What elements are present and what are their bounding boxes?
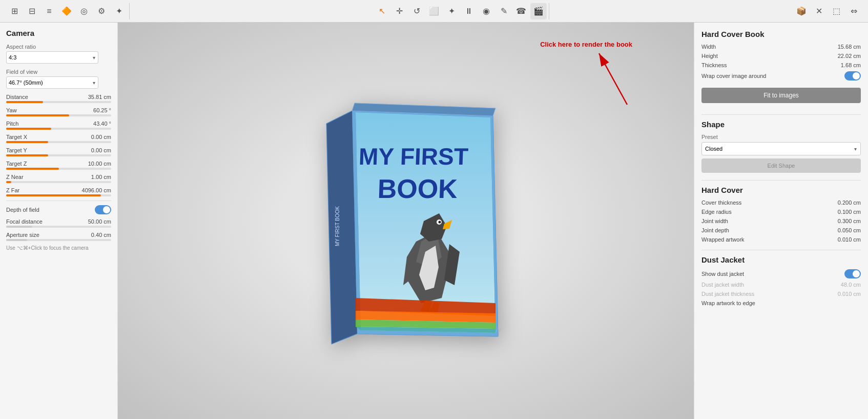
canvas-area[interactable]: MY FIRST BOOK <box>118 23 694 419</box>
expand-tool[interactable]: ⬚ <box>828 3 844 19</box>
preset-label: Preset <box>701 134 861 140</box>
focal-distance-fill <box>6 226 32 228</box>
edit-shape-button[interactable]: Edit Shape <box>701 158 861 173</box>
fov-select[interactable]: 46.7° (50mm)39.6° (60mm) <box>6 76 98 89</box>
width-value: 15.68 cm <box>838 44 861 50</box>
target-y-value: 0.00 cm <box>91 147 111 153</box>
target-x-slider-row: Target X 0.00 cm <box>6 134 111 143</box>
fov-select-wrapper: 46.7° (50mm)39.6° (60mm) <box>6 76 98 89</box>
move-tool[interactable]: ✛ <box>391 3 407 19</box>
thickness-row: Thickness 1.68 cm <box>701 62 861 68</box>
edge-radius-row: Edge radius 0.100 cm <box>701 209 861 215</box>
aspect-ratio-select[interactable]: 4:316:91:1 <box>6 51 98 64</box>
dust-jacket-section: Dust Jacket Show dust jacket Dust jacket… <box>701 255 861 306</box>
wrap-artwork-edge-row: Wrap artwork to edge <box>701 300 861 306</box>
fov-group: Field of view 46.7° (50mm)39.6° (60mm) <box>6 69 111 89</box>
target-y-fill <box>6 154 48 156</box>
film-tool[interactable]: 🎬 <box>530 3 547 19</box>
thickness-value: 1.68 cm <box>841 62 861 68</box>
canvas-background: MY FIRST BOOK <box>118 23 694 419</box>
annotation-arrow-svg <box>591 48 632 110</box>
svg-text:BOOK: BOOK <box>377 174 458 204</box>
target-z-slider-row: Target Z 10.00 cm <box>6 161 111 170</box>
show-dust-jacket-toggle[interactable] <box>844 269 861 278</box>
cursor-tool[interactable]: ↖ <box>374 3 390 19</box>
yaw-label: Yaw <box>6 107 17 113</box>
z-far-track <box>6 194 111 196</box>
width-row: Width 15.68 cm <box>701 44 861 50</box>
distance-slider-row: Distance 35.81 cm <box>6 94 111 103</box>
toolbar-group-right: 📦 ✕ ⬚ ⇔ <box>791 3 864 19</box>
pen-tool[interactable]: ✎ <box>495 3 512 19</box>
preset-select-wrapper: Closed Open Fanned <box>701 142 861 155</box>
wrap-cover-toggle[interactable] <box>844 71 861 81</box>
resize-tool[interactable]: ⇔ <box>845 3 862 19</box>
annotation-container: Click here to render the book <box>540 41 632 110</box>
fov-label: Field of view <box>6 69 111 75</box>
shapes-icon[interactable]: 🔶 <box>58 3 75 19</box>
thickness-label: Thickness <box>701 62 727 68</box>
aperture-size-fill <box>6 239 27 241</box>
target-z-value: 10.00 cm <box>88 161 111 167</box>
target-y-slider-row: Target Y 0.00 cm <box>6 147 111 156</box>
dust-jacket-thickness-label: Dust jacket thickness <box>701 291 754 297</box>
joint-width-label: Joint width <box>701 218 728 224</box>
wrap-cover-label: Wrap cover image around <box>701 73 766 79</box>
dust-jacket-thickness-value: 0.010 cm <box>838 291 861 297</box>
circle-tool[interactable]: ◉ <box>478 3 494 19</box>
yaw-fill <box>6 114 69 116</box>
svg-point-13 <box>439 221 441 223</box>
focal-distance-row: Focal distance 50.00 cm <box>6 218 111 228</box>
yaw-slider-row: Yaw 60.25 ° <box>6 107 111 116</box>
show-dust-jacket-row: Show dust jacket <box>701 269 861 278</box>
layout-icon[interactable]: ⊟ <box>24 3 40 19</box>
target-z-fill <box>6 168 59 170</box>
target-icon[interactable]: ◎ <box>76 3 92 19</box>
pitch-fill <box>6 128 51 130</box>
dust-jacket-thickness-row: Dust jacket thickness 0.010 cm <box>701 291 861 297</box>
dust-jacket-title: Dust Jacket <box>701 255 861 264</box>
z-near-slider-row: Z Near 1.00 cm <box>6 174 111 183</box>
phone-tool[interactable]: ☎ <box>513 3 529 19</box>
pitch-value: 43.40 ° <box>93 121 111 127</box>
target-y-label: Target Y <box>6 147 27 153</box>
svg-text:MY FIRST BOOK: MY FIRST BOOK <box>335 206 340 246</box>
z-near-track <box>6 181 111 183</box>
nodes-tool[interactable]: ✦ <box>443 3 460 19</box>
dust-jacket-width-label: Dust jacket width <box>701 282 744 288</box>
divider-shape <box>701 114 861 115</box>
target-x-track <box>6 141 111 143</box>
close-tool[interactable]: ✕ <box>811 3 827 19</box>
width-label: Width <box>701 44 716 50</box>
aperture-size-label: Aperture size <box>6 232 39 238</box>
fit-to-images-button[interactable]: Fit to images <box>701 88 861 103</box>
distance-track <box>6 101 111 103</box>
wrapped-artwork-row: Wrapped artwork 0.010 cm <box>701 236 861 243</box>
focal-distance-track <box>6 226 111 228</box>
preset-select[interactable]: Closed Open Fanned <box>701 142 861 155</box>
z-far-slider-row: Z Far 4096.00 cm <box>6 187 111 196</box>
grid-icon[interactable]: ⊞ <box>6 3 23 19</box>
target-y-track <box>6 154 111 156</box>
distance-value: 35.81 cm <box>88 94 111 100</box>
shape-title: Shape <box>701 120 861 129</box>
z-near-fill <box>6 181 11 183</box>
toolbar-group-left: ⊞ ⊟ ≡ 🔶 ◎ ⚙ ✦ <box>4 3 130 19</box>
rotate-tool[interactable]: ↺ <box>408 3 425 19</box>
stack-tool[interactable]: ⏸ <box>461 3 477 19</box>
joint-depth-label: Joint depth <box>701 227 729 233</box>
settings-icon[interactable]: ⚙ <box>93 3 110 19</box>
sun-icon[interactable]: ✦ <box>111 3 127 19</box>
joint-depth-value: 0.050 cm <box>838 227 861 233</box>
toolbar-group-tools: ↖ ✛ ↺ ⬜ ✦ ⏸ ◉ ✎ ☎ 🎬 <box>371 3 549 19</box>
aspect-ratio-label: Aspect ratio <box>6 44 111 50</box>
aperture-size-track <box>6 239 111 241</box>
joint-depth-row: Joint depth 0.050 cm <box>701 227 861 233</box>
target-z-label: Target Z <box>6 161 27 167</box>
wrapped-artwork-value: 0.010 cm <box>838 236 861 243</box>
menu-icon[interactable]: ≡ <box>41 3 57 19</box>
box-tool[interactable]: 📦 <box>793 3 810 19</box>
dof-toggle[interactable] <box>95 205 111 214</box>
aperture-size-row: Aperture size 0.40 cm <box>6 232 111 241</box>
frame-tool[interactable]: ⬜ <box>426 3 442 19</box>
